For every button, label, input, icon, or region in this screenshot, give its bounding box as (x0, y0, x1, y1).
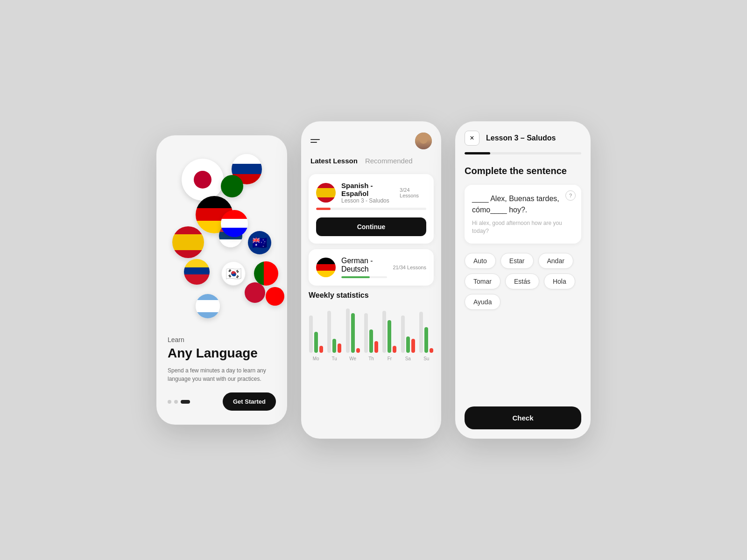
help-button[interactable]: ? (565, 190, 576, 201)
german-progress-fill (341, 276, 370, 278)
spanish-progress-bar (316, 208, 426, 210)
flag-portugal (254, 261, 278, 286)
word-options: Auto Estar Andar Tomar Estás Hola Ayuda (465, 253, 581, 310)
bar-green-sa (406, 336, 410, 353)
pagination-dots (168, 400, 190, 404)
tabs-row: Latest Lesson Recommended (301, 157, 441, 167)
bar-chart: Mo Tu (309, 305, 434, 361)
close-button[interactable]: × (465, 131, 479, 146)
hamburger-line-2 (310, 142, 317, 143)
german-lesson-count: 21/34 Lessons (393, 265, 426, 270)
word-chip-estar[interactable]: Estar (500, 253, 534, 269)
onboard-description: Spend a few minutes a day to learn any l… (168, 366, 276, 383)
bar-green-we (351, 313, 355, 353)
bar-green-su (424, 327, 428, 353)
word-chip-estas[interactable]: Estás (505, 273, 539, 289)
bar-green-fr (388, 320, 391, 353)
bar-label-fr: Fr (388, 356, 392, 361)
flag-spain (172, 226, 204, 258)
bar-red-fr (393, 346, 396, 353)
bar-label-we: We (349, 356, 356, 361)
bar-pair-mo (309, 306, 323, 353)
bar-green-mo (314, 332, 318, 353)
bar-label-mo: Mo (313, 356, 319, 361)
lesson-progress-bar (465, 152, 581, 154)
bar-gray-tu (327, 311, 331, 353)
bar-col-tu: Tu (327, 306, 341, 361)
bar-red-we (356, 348, 360, 353)
german-card-content: German - Deutsch 21/34 Lessons (316, 257, 426, 278)
phone-lesson: × Lesson 3 – Saludos Complete the senten… (455, 121, 591, 439)
bar-pair-fr (382, 306, 396, 353)
dashboard-header (301, 121, 441, 157)
bar-pair-tu (327, 306, 341, 353)
bar-label-su: Su (423, 356, 429, 361)
german-info: German - Deutsch (341, 257, 387, 278)
avatar-image (415, 133, 432, 149)
dot-2 (174, 400, 178, 404)
avatar[interactable] (415, 133, 432, 149)
hamburger-line-1 (310, 139, 320, 140)
spanish-flag-icon (316, 183, 336, 203)
german-lesson-card: German - Deutsch 21/34 Lessons (309, 249, 434, 286)
word-chip-andar[interactable]: Andar (538, 253, 573, 269)
bar-red-tu (338, 343, 341, 353)
lesson-header: × Lesson 3 – Saludos (465, 131, 581, 146)
phone-dashboard: Latest Lesson Recommended Spanish - Espa… (301, 121, 441, 439)
onboard-text: Learn Any Language Spend a few minutes a… (168, 336, 276, 411)
lesson-progress-fill (465, 152, 490, 154)
word-chip-hola[interactable]: Hola (544, 273, 575, 289)
spanish-lesson-count: 3/24 Lessons (400, 187, 426, 198)
word-chip-tomar[interactable]: Tomar (465, 273, 500, 289)
spanish-card-header: Spanish - Español Lesson 3 - Saludos 3/2… (316, 182, 426, 204)
sentence-card: ____ Alex, Buenas tardes, cómo____ hoy?.… (465, 185, 581, 244)
sentence-translation: Hi alex, good afternoon how are you toda… (472, 219, 574, 235)
bar-label-tu: Tu (331, 356, 337, 361)
onboard-sub-label: Learn (168, 336, 276, 343)
tab-recommended[interactable]: Recommended (365, 157, 413, 167)
flag-denmark (245, 282, 265, 303)
phone-onboarding: Learn Any Language Spend a few minutes a… (156, 135, 287, 425)
flag-colombia (184, 259, 210, 285)
bar-red-th (374, 341, 378, 353)
spanish-lesson-name: Lesson 3 - Saludos (341, 197, 394, 204)
get-started-button[interactable]: Get Started (223, 392, 276, 411)
flag-japan (182, 159, 224, 201)
word-chip-auto[interactable]: Auto (465, 253, 496, 269)
dot-3-active (181, 400, 190, 404)
exercise-section-title: Complete the sentence (465, 166, 581, 176)
screens-container: Learn Any Language Spend a few minutes a… (156, 121, 591, 439)
onboard-footer: Get Started (168, 392, 276, 411)
continue-button[interactable]: Continue (316, 217, 426, 236)
german-flag-icon (316, 258, 336, 277)
flag-korea (221, 261, 246, 286)
bar-col-sa: Sa (401, 306, 415, 361)
spanish-progress-fill (316, 208, 331, 210)
flag-argentina (196, 294, 220, 318)
bar-green-tu (332, 339, 336, 353)
flag-saudi (221, 175, 243, 197)
bar-red-sa (411, 339, 415, 353)
onboard-title: Any Language (168, 346, 276, 361)
bar-col-mo: Mo (309, 306, 323, 361)
flag-switzerland (266, 287, 284, 306)
spanish-lesson-info: Spanish - Español Lesson 3 - Saludos (341, 182, 394, 204)
bar-pair-su (419, 306, 433, 353)
bar-col-th: Th (364, 306, 378, 361)
word-chip-ayuda[interactable]: Ayuda (465, 294, 500, 310)
menu-icon[interactable] (310, 139, 320, 143)
bar-gray-mo (309, 315, 313, 353)
bar-gray-su (419, 312, 423, 353)
stats-section: Weekly statistics Mo (301, 291, 441, 361)
bar-gray-th (364, 313, 368, 353)
bar-red-mo (319, 346, 323, 353)
check-button[interactable]: Check (465, 406, 581, 429)
bar-red-su (430, 348, 433, 353)
dot-1 (168, 400, 171, 404)
flag-croatia (221, 210, 248, 237)
bar-gray-sa (401, 315, 405, 353)
tab-latest-lesson[interactable]: Latest Lesson (310, 157, 358, 167)
bar-col-fr: Fr (382, 306, 397, 361)
bar-col-su: Su (419, 306, 434, 361)
bar-col-we: We (345, 306, 360, 361)
